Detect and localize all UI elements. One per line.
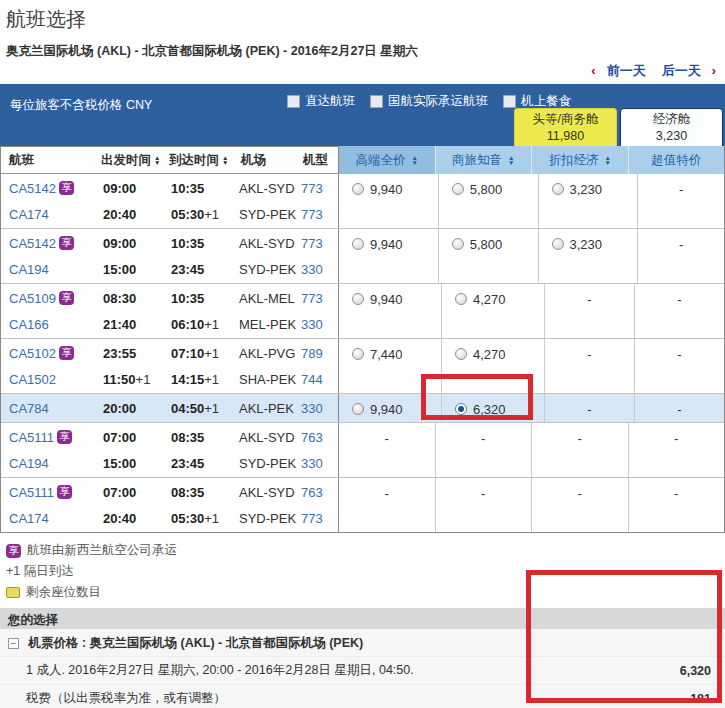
fare-radio[interactable] xyxy=(352,238,364,250)
table-row: CA5111享07:0008:35AKL-SYD763CA17420:4005:… xyxy=(1,478,724,532)
collapse-icon[interactable]: − xyxy=(8,638,19,649)
fare-option[interactable]: 4,270 xyxy=(441,284,544,338)
fare-radio[interactable] xyxy=(352,183,364,195)
departure-time: 09:00 xyxy=(97,236,165,251)
fare-radio[interactable] xyxy=(452,183,464,195)
checkbox-icon[interactable] xyxy=(287,95,300,108)
fare-option[interactable]: 9,940 xyxy=(339,284,441,338)
flight-info: CA5111享07:0008:35AKL-SYD763CA19415:0023:… xyxy=(1,423,339,477)
flight-number[interactable]: CA1502 xyxy=(1,372,97,387)
flight-segment: CA5109享08:3010:35AKL-MEL773 xyxy=(1,285,338,311)
fare-price: 5,800 xyxy=(470,182,503,197)
fare-option[interactable]: 4,270 xyxy=(441,339,544,393)
fare-radio[interactable] xyxy=(352,348,364,360)
flight-number[interactable]: CA5109享 xyxy=(1,291,97,306)
fare-radio[interactable] xyxy=(455,348,467,360)
flight-number[interactable]: CA5111享 xyxy=(1,485,97,500)
fare-radio[interactable] xyxy=(352,293,364,305)
fare-radio[interactable] xyxy=(552,183,564,195)
column-header-label: 出发时间 xyxy=(101,152,151,169)
codeshare-icon: 享 xyxy=(59,346,74,360)
flight-segment: CA17420:4005:30+1SYD-PEK773 xyxy=(1,201,338,227)
day-navigation: ‹前一天后一天› xyxy=(0,62,725,80)
flight-segment: CA5102享23:5507:10+1AKL-PVG789 xyxy=(1,340,338,366)
fare-radio[interactable] xyxy=(455,403,467,415)
flight-number[interactable]: CA166 xyxy=(1,317,97,332)
fare-radio[interactable] xyxy=(552,238,564,250)
legend-text: 航班由新西兰航空公司承运 xyxy=(27,542,177,559)
fare-option[interactable]: 3,230 xyxy=(538,229,638,283)
flight-number-text: CA5142 xyxy=(9,181,56,196)
tab-first-business[interactable]: 头等/商务舱 11,980 xyxy=(514,108,617,146)
flight-number[interactable]: CA5111享 xyxy=(1,430,97,445)
aircraft-type: 773 xyxy=(301,207,335,222)
aircraft-type: 773 xyxy=(301,291,335,306)
next-day-link[interactable]: 后一天 xyxy=(662,63,701,78)
flight-number[interactable]: CA784 xyxy=(1,401,97,416)
prev-chevron-icon: ‹ xyxy=(591,63,595,78)
nextday-suffix: +1 xyxy=(204,372,219,387)
prev-day-link[interactable]: 前一天 xyxy=(607,63,646,78)
sort-icon: ▲▼ xyxy=(508,155,514,165)
fare-column-header-2[interactable]: 折扣经济▲▼ xyxy=(531,146,628,174)
fare-radio[interactable] xyxy=(352,403,364,415)
flight-number-text: CA194 xyxy=(9,262,49,277)
summary-passenger-row: 1 成人. 2016年2月27日 星期六, 20:00 - 2016年2月28日… xyxy=(0,657,725,685)
fare-price: 9,940 xyxy=(370,402,403,417)
checkbox-air-china-operated[interactable]: 国航实际承运航班 xyxy=(370,93,488,110)
airport-pair: AKL-PVG xyxy=(239,346,301,361)
passenger-fare: 6,320 xyxy=(680,664,711,678)
checkbox-direct-flights[interactable]: 直达航班 xyxy=(287,93,355,110)
aircraft-type: 330 xyxy=(301,456,335,471)
fare-radio[interactable] xyxy=(452,238,464,250)
fare-option[interactable]: 5,800 xyxy=(438,174,538,228)
legend-seats: 剩余座位数目 xyxy=(6,582,725,603)
fare-option[interactable]: 9,940 xyxy=(339,229,438,283)
fare-unavailable: - xyxy=(339,478,435,532)
fare-column-header-0[interactable]: 高端全价▲▼ xyxy=(339,146,435,174)
tab-economy[interactable]: 经济舱 3,230 xyxy=(620,108,723,146)
fare-unavailable: - xyxy=(634,394,724,422)
fare-option[interactable]: 6,320 xyxy=(441,394,544,422)
nextday-suffix: +1 xyxy=(204,511,219,526)
fare-option[interactable]: 7,440 xyxy=(339,339,441,393)
column-header-c: 机型 xyxy=(301,152,335,169)
flight-number[interactable]: CA194 xyxy=(1,262,97,277)
fare-cells: 9,9406,320-- xyxy=(339,394,724,422)
fare-unavailable: - xyxy=(634,339,724,393)
checkbox-icon[interactable] xyxy=(503,95,516,108)
checkbox-label: 国航实际承运航班 xyxy=(388,93,488,110)
fare-radio[interactable] xyxy=(455,293,467,305)
flight-number[interactable]: CA5142享 xyxy=(1,181,97,196)
column-header-a[interactable]: 到达时间▲▼ xyxy=(165,152,239,169)
arrival-time: 05:30+1 xyxy=(165,207,239,222)
fare-option[interactable]: 9,940 xyxy=(339,394,441,422)
arrival-time: 10:35 xyxy=(165,291,239,306)
fare-option[interactable]: 9,940 xyxy=(339,174,438,228)
flight-segment: CA16621:4006:10+1MEL-PEK330 xyxy=(1,311,338,337)
column-header-d[interactable]: 出发时间▲▼ xyxy=(97,152,165,169)
flight-number[interactable]: CA174 xyxy=(1,207,97,222)
sort-down-arrow: ▼ xyxy=(222,160,228,165)
fare-option[interactable]: 5,800 xyxy=(438,229,538,283)
flight-number[interactable]: CA5102享 xyxy=(1,346,97,361)
departure-time: 11:50+1 xyxy=(97,372,165,387)
fare-unavailable: - xyxy=(637,174,724,228)
aircraft-type: 773 xyxy=(301,511,335,526)
fare-price: 6,320 xyxy=(473,402,506,418)
fare-column-header-1[interactable]: 商旅知音▲▼ xyxy=(435,146,532,174)
checkbox-icon[interactable] xyxy=(370,95,383,108)
page-title: 航班选择 xyxy=(0,0,725,43)
flight-info: CA5142享09:0010:35AKL-SYD773CA19415:0023:… xyxy=(1,229,339,283)
flight-number[interactable]: CA5142享 xyxy=(1,236,97,251)
flight-number[interactable]: CA174 xyxy=(1,511,97,526)
nextday-suffix: +1 xyxy=(204,401,219,416)
fare-option[interactable]: 3,230 xyxy=(538,174,638,228)
tab-label: 经济舱 xyxy=(621,111,722,128)
fare-price: 4,270 xyxy=(473,347,506,362)
flight-number[interactable]: CA194 xyxy=(1,456,97,471)
fare-cells: 9,9405,8003,230- xyxy=(339,229,724,283)
codeshare-icon: 享 xyxy=(57,430,72,444)
fare-unavailable: - xyxy=(531,423,628,477)
table-row: CA5142享09:0010:35AKL-SYD773CA19415:0023:… xyxy=(1,229,724,284)
